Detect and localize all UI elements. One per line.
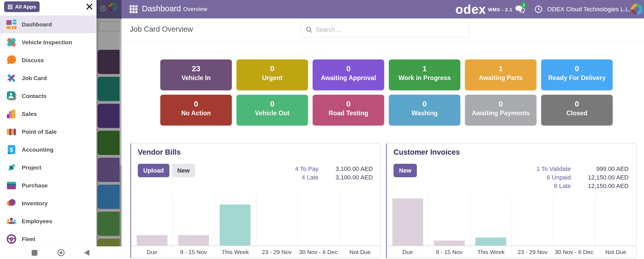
stat-label[interactable]: 1 To Validate (536, 165, 588, 173)
drawer-item-project[interactable]: Project (0, 159, 97, 176)
company-name[interactable]: ODEX Cloud Technologies L.L.C (547, 6, 635, 13)
back-icon[interactable] (84, 250, 89, 256)
contacts-app-icon (6, 90, 17, 102)
tile-label: Awaiting Parts (465, 73, 536, 83)
stat-row-4-late[interactable]: 4 Late3,100.00 AED (295, 173, 373, 182)
drawer-item-purchase[interactable]: Purchase (0, 176, 97, 194)
chart-bar-this-week[interactable] (220, 205, 251, 246)
chart-bar-due[interactable] (137, 235, 167, 246)
drawer-item-accounting[interactable]: $Accounting (0, 141, 97, 159)
stat-label[interactable]: 4 Late (295, 173, 335, 182)
scrollbar[interactable] (120, 18, 122, 259)
stat-row-6-unpaid[interactable]: 6 Unpaid12,150.00 AED (536, 173, 629, 182)
chart-category-label: 23 - 29 Nov (512, 249, 553, 255)
status-tile-vehicle-in[interactable]: 23Vehicle In (160, 59, 232, 90)
overlay-scrim[interactable] (97, 0, 122, 259)
stat-label[interactable]: 6 Unpaid (536, 173, 588, 182)
drawer-item-inventory[interactable]: Inventory (0, 194, 97, 212)
tile-count: 0 (541, 64, 613, 73)
sales-app-icon (6, 108, 17, 119)
chart-category-label: 9 - 15 Nov (173, 249, 214, 255)
status-tile-ready-for-delivery[interactable]: 0Ready For Delivery (541, 59, 613, 90)
chart-category-label: 23 - 29 Nov (256, 249, 298, 255)
chart-gridline (256, 195, 256, 250)
project-app-icon (6, 162, 17, 173)
drawer-items-list: DashboardVehicle InspectionDiscussJob Ca… (0, 15, 97, 248)
upload-button[interactable]: Upload (138, 164, 169, 177)
drawer-item-label: Vehicle Inspection (22, 39, 72, 46)
customer-invoices-chart: Due9 - 15 NovThis Week23 - 29 Nov30 Nov … (387, 195, 636, 258)
stat-row-4-to-pay[interactable]: 4 To Pay3,100.00 AED (295, 165, 373, 173)
all-apps-button[interactable]: All Apps (4, 1, 40, 12)
close-icon[interactable] (85, 2, 93, 11)
dashboard-app-icon (6, 19, 17, 30)
status-tile-urgent[interactable]: 0Urgent (236, 59, 308, 90)
status-tile-awaiting-payments[interactable]: 0Awaiting Payments (465, 95, 536, 126)
fleet-app-icon (6, 233, 17, 245)
chart-bar-due[interactable] (392, 198, 423, 246)
page-header: Job Card Overview (122, 18, 644, 41)
stat-row-1-to-validate[interactable]: 1 To Validate999.00 AED (536, 165, 629, 173)
chart-baseline (387, 246, 636, 246)
drawer-item-fleet[interactable]: Fleet (0, 230, 97, 248)
tile-label: Vehicle In (160, 73, 232, 83)
vendor-bills-stats: 4 To Pay3,100.00 AED4 Late3,100.00 AED (295, 165, 373, 182)
status-tiles-grid: 23Vehicle In0Urgent0Awaiting Approval1Wo… (160, 59, 613, 126)
drawer-item-point-of-sale[interactable]: Point of Sale (0, 123, 97, 141)
tile-count: 0 (236, 100, 308, 108)
messages-count-badge[interactable]: 1 (521, 2, 527, 8)
recent-apps-icon[interactable] (32, 250, 37, 256)
chart-category-label: 30 Nov - 6 Dec (298, 249, 339, 255)
drawer-item-discuss[interactable]: Discuss (0, 51, 97, 69)
drawer-item-label: Discuss (22, 57, 44, 64)
stat-value: 3,100.00 AED (335, 173, 373, 182)
drawer-item-vehicle-inspection[interactable]: Vehicle Inspection (0, 33, 97, 51)
tile-count: 0 (236, 64, 308, 73)
all-apps-label: All Apps (15, 4, 36, 10)
status-tile-awaiting-parts[interactable]: 1Awaiting Parts (465, 59, 536, 90)
drawer-item-sales[interactable]: Sales (0, 105, 97, 123)
new-button[interactable]: New (393, 164, 417, 177)
chart-gridline (553, 195, 554, 250)
status-tile-closed[interactable]: 0Closed (541, 95, 613, 126)
drawer-item-contacts[interactable]: Contacts (0, 87, 97, 105)
chart-category-label: 9 - 15 Nov (428, 249, 470, 255)
search-input[interactable] (316, 22, 467, 37)
chart-bar-9-15-nov[interactable] (178, 235, 209, 246)
status-tile-awaiting-approval[interactable]: 0Awaiting Approval (313, 59, 384, 90)
scrollbar-thumb[interactable] (120, 20, 122, 165)
chart-bar-this-week[interactable] (475, 238, 506, 246)
menu-overview[interactable]: Overview (183, 6, 207, 12)
drawer-item-employees[interactable]: Employees (0, 212, 97, 230)
current-app-title[interactable]: Dashboard (142, 4, 181, 13)
user-avatar[interactable] (631, 4, 642, 15)
status-tile-road-testing[interactable]: 0Road Testing (313, 95, 384, 126)
drawer-item-dashboard[interactable]: Dashboard (0, 15, 97, 33)
tile-count: 23 (160, 64, 232, 73)
android-navigation-bar (0, 246, 122, 259)
stat-label[interactable]: 6 Late (536, 182, 588, 190)
drawer-item-job-card[interactable]: Job Card (0, 69, 97, 87)
status-tile-vehicle-out[interactable]: 0Vehicle Out (236, 95, 308, 126)
new-button[interactable]: New (172, 164, 195, 177)
tile-label: Awaiting Approval (313, 73, 384, 83)
apps-grid-icon[interactable] (129, 5, 138, 13)
tile-label: Closed (541, 108, 613, 118)
status-tile-no-action[interactable]: 0No Action (160, 95, 232, 126)
drawer-item-label: Project (22, 164, 41, 171)
accounting-app-icon: $ (6, 144, 17, 155)
stat-label[interactable]: 4 To Pay (295, 165, 335, 173)
stat-row-6-late[interactable]: 6 Late12,150.00 AED (536, 182, 629, 190)
chart-bar-9-15-nov[interactable] (434, 241, 465, 246)
tile-count: 0 (465, 100, 536, 108)
status-tile-washing[interactable]: 0Washing (389, 95, 460, 126)
drawer-item-label: Purchase (22, 182, 48, 189)
search-box (301, 22, 470, 37)
tile-count: 0 (389, 100, 460, 108)
tile-label: Vehicle Out (236, 108, 308, 118)
home-icon[interactable] (57, 249, 65, 256)
svg-text:$: $ (10, 147, 13, 153)
activities-clock-icon[interactable] (535, 5, 543, 13)
customer-invoices-stats: 1 To Validate999.00 AED6 Unpaid12,150.00… (536, 165, 629, 190)
status-tile-work-in-progress[interactable]: 1Work in Progress (389, 59, 460, 90)
